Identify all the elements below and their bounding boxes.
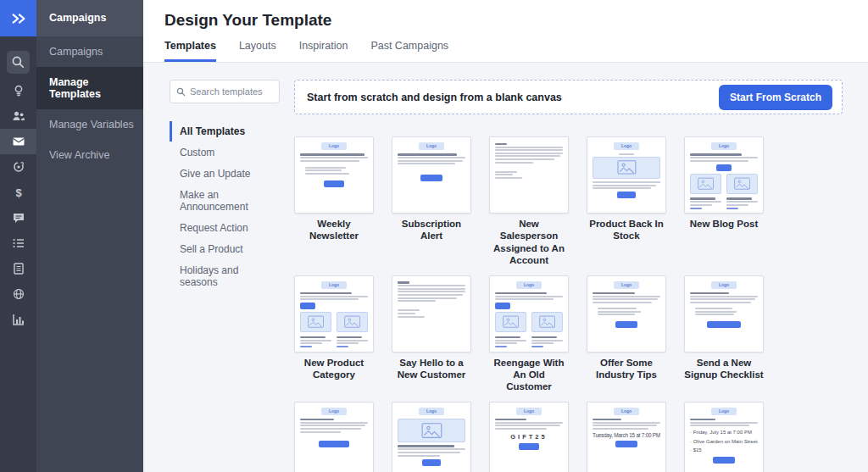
tab-templates[interactable]: Templates	[164, 40, 216, 62]
template-thumbnail: Logo	[684, 275, 764, 353]
tab-past-campaigns[interactable]: Past Campaigns	[370, 40, 448, 62]
template-card[interactable]: Logo Offer Some Industry Tips	[587, 275, 666, 393]
image-row	[690, 174, 758, 194]
image-placeholder	[337, 312, 368, 332]
spacer	[398, 166, 465, 172]
text-line	[495, 162, 533, 164]
template-thumbnail: Logo	[587, 275, 666, 353]
cta-button	[615, 441, 637, 447]
link-line	[337, 346, 348, 347]
cta-button	[324, 180, 344, 187]
template-card[interactable]: New Salesperson Assigned to An Account	[489, 136, 569, 267]
template-thumbnail: Logo	[294, 402, 374, 472]
text-line	[495, 296, 563, 297]
text-line	[300, 422, 368, 424]
analytics-icon[interactable]	[0, 307, 36, 332]
template-card[interactable]: LogoTuesday, March 15 at 7:00 PM Sign Up…	[587, 402, 666, 472]
category-holidays-and-seasons[interactable]: Holidays and seasons	[170, 260, 280, 292]
text-line	[300, 336, 326, 339]
template-card[interactable]: Logo Request a Review	[294, 402, 374, 472]
template-card[interactable]: Logo Weekly Newsletter	[294, 136, 374, 267]
category-give-an-update[interactable]: Give an Update	[170, 164, 280, 184]
app-logo[interactable]	[0, 0, 36, 36]
category-sell-a-product[interactable]: Sell a Product	[170, 239, 280, 259]
mail-icon[interactable]	[0, 129, 36, 154]
text-line	[398, 313, 415, 314]
text-line	[531, 340, 563, 342]
text-line	[593, 292, 635, 295]
text-line	[495, 171, 517, 173]
tab-inspiration[interactable]: Inspiration	[299, 40, 348, 62]
text-line	[495, 149, 563, 151]
template-card[interactable]: Logo Send a New Signup Checklist	[684, 275, 764, 393]
template-card[interactable]: Say Hello to a New Customer	[392, 275, 471, 393]
template-card[interactable]: Logo Reengage With An Old Customer	[489, 275, 569, 393]
spacer	[593, 304, 660, 306]
template-card[interactable]: Logo New Product Category	[294, 275, 374, 393]
start-from-scratch-button[interactable]: Start From Scratch	[719, 85, 832, 110]
campaigns-submenu: Campaigns Campaigns Manage Templates Man…	[36, 0, 143, 472]
category-list: All Templates Custom Give an Update Make…	[170, 121, 280, 292]
template-name: New Salesperson Assigned to An Account	[489, 218, 569, 267]
template-name: Send a New Signup Checklist	[684, 357, 764, 382]
text-line	[495, 342, 517, 344]
contacts-icon[interactable]	[0, 103, 36, 129]
cta-button	[707, 321, 741, 328]
sidebar-item-manage-templates[interactable]: Manage Templates	[36, 67, 143, 109]
search-icon[interactable]	[0, 46, 36, 78]
sidebar-item-campaigns[interactable]: Campaigns	[36, 36, 143, 67]
search-icon	[176, 87, 186, 97]
template-name: Reengage With An Old Customer	[489, 357, 569, 393]
text-line	[726, 204, 748, 206]
category-custom[interactable]: Custom	[170, 142, 280, 163]
template-card[interactable]: Logo· Friday, July 15 at 7:00 PM· Olive …	[684, 402, 764, 472]
search-input[interactable]	[190, 86, 273, 97]
text-line	[300, 298, 359, 300]
text-line	[398, 297, 457, 299]
image-glyph	[698, 177, 714, 190]
payments-icon[interactable]: $	[0, 180, 36, 205]
bullet-line	[305, 167, 346, 169]
text-line	[593, 425, 657, 426]
bullet-line	[598, 311, 641, 313]
web-icon[interactable]	[0, 281, 36, 307]
lightbulb-icon[interactable]	[0, 78, 36, 103]
template-card[interactable]: Logo New Blog Post	[684, 136, 764, 267]
text-line	[398, 157, 465, 158]
template-card[interactable]: Logo Subscription Alert	[392, 136, 471, 267]
text-line	[495, 340, 526, 342]
text-line	[690, 425, 749, 426]
sidebar-item-manage-variables[interactable]: Manage Variables	[36, 109, 143, 140]
automation-icon[interactable]	[0, 154, 36, 180]
content-icon[interactable]	[0, 256, 36, 281]
text-line	[690, 160, 748, 162]
category-all-templates[interactable]: All Templates	[170, 121, 280, 142]
text-column	[337, 335, 368, 347]
chat-icon[interactable]	[0, 205, 36, 230]
image-placeholder	[531, 312, 563, 332]
referral-code: GIFT25	[495, 433, 563, 441]
content-area: All Templates Custom Give an Update Make…	[143, 63, 868, 472]
template-name: Weekly Newsletter	[294, 218, 374, 243]
text-line	[690, 296, 758, 297]
text-line	[495, 153, 563, 154]
template-name: New Product Category	[294, 357, 374, 382]
template-card[interactable]: Logo Share a Product	[392, 402, 471, 472]
link-line	[300, 346, 312, 347]
tab-layouts[interactable]: Layouts	[239, 40, 276, 62]
sidebar-item-view-archive[interactable]: View Archive	[36, 140, 143, 170]
spacer	[690, 317, 758, 319]
template-card[interactable]: LogoGIFT25 Make A Referral	[489, 402, 569, 472]
text-line	[690, 197, 715, 200]
text-line	[300, 292, 352, 295]
text-columns	[300, 335, 368, 347]
logo-pill: Logo	[614, 142, 639, 150]
text-line	[531, 336, 557, 339]
category-make-an-announcement[interactable]: Make an Announcement	[170, 185, 280, 217]
list-icon[interactable]	[0, 230, 36, 256]
double-chevron-icon	[9, 9, 28, 28]
category-request-action[interactable]: Request Action	[170, 218, 280, 238]
template-card[interactable]: Logo Product Back In Stock	[587, 136, 666, 267]
logo-pill: Logo	[516, 408, 542, 415]
logo-pill: Logo	[614, 408, 639, 415]
